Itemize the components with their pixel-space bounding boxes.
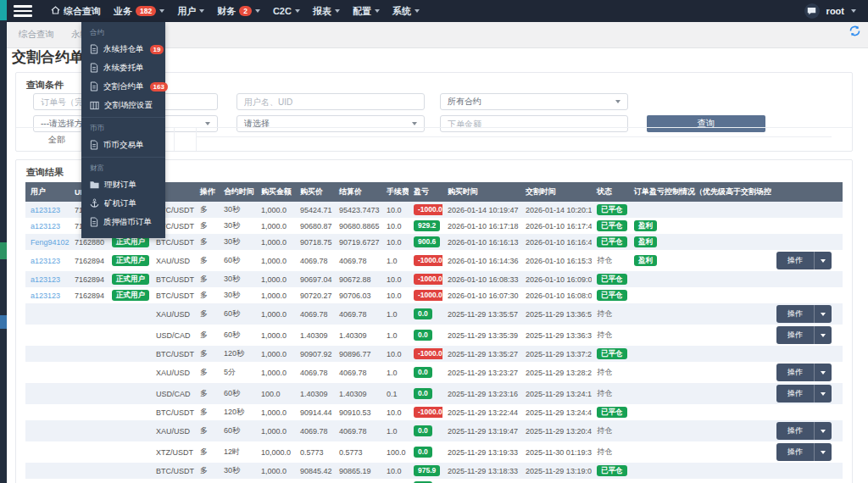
uid-cell [70, 383, 107, 404]
chat-icon[interactable] [804, 3, 820, 19]
menu-item[interactable]: 币币交易单 [81, 136, 165, 154]
action-button-label: 操作 [776, 443, 814, 461]
user-link[interactable]: a123123 [31, 222, 60, 230]
uid-cell: 7162894 [70, 250, 107, 271]
menu-item[interactable]: 理财订单 [81, 175, 165, 194]
pair-cell: XAU/USD [151, 362, 195, 383]
action-button[interactable]: 操作 [776, 305, 832, 323]
uid-cell [70, 420, 107, 441]
buy-price-cell: 4069.78 [295, 250, 334, 271]
action-caret[interactable] [814, 422, 832, 440]
settle-price-cell: 90910.53 [334, 404, 381, 420]
buy-time-cell: 2025-11-29 13:19:33 [442, 441, 520, 463]
action-button[interactable]: 操作 [776, 443, 832, 461]
action-button[interactable]: 操作 [776, 364, 832, 381]
uid-cell [70, 404, 107, 420]
buy-price-cell: 4069.78 [295, 420, 334, 441]
status-badge: 已平仓 [597, 220, 627, 232]
contract-select[interactable]: 所有合约 [440, 93, 628, 110]
nav-item[interactable]: 财务2 [217, 5, 260, 18]
menu-item[interactable]: 交割合约单163 [81, 77, 165, 96]
hamburger-menu-icon[interactable] [14, 5, 32, 17]
action-caret[interactable] [814, 326, 832, 344]
action-caret[interactable] [814, 252, 832, 269]
amount-cell: 1,000.0 [256, 346, 295, 362]
filter-tab-3[interactable] [175, 128, 197, 151]
action-caret[interactable] [814, 364, 832, 381]
column-header: 购买时间 [442, 182, 520, 202]
user-link[interactable]: a123123 [31, 291, 60, 300]
uid-cell [70, 463, 107, 479]
pnl-control-cell [629, 346, 771, 362]
nav-item[interactable]: 报表 [313, 5, 340, 18]
pnl-cell: 975.9 [409, 463, 442, 479]
tab-overview[interactable]: 综合查询 [19, 29, 54, 41]
action-button[interactable]: 操作 [776, 385, 832, 402]
action-cell [771, 287, 843, 303]
chevron-down-icon [821, 313, 826, 316]
nav-item[interactable]: 综合查询 [51, 5, 101, 18]
table-row: XAU/USD多60秒1,000.04069.784069.781.00.020… [25, 420, 843, 441]
home-icon [51, 6, 60, 16]
pnl-badge: 0.0 [414, 330, 432, 341]
action-button-label: 操作 [776, 252, 814, 269]
user-link[interactable]: a123123 [31, 275, 60, 284]
nav-item[interactable]: 系统 [392, 5, 420, 18]
menu-item[interactable]: 矿机订单 [81, 194, 165, 213]
action-button[interactable]: 操作 [776, 326, 832, 344]
pnl-cell: 0.0 [409, 441, 442, 463]
fee-cell: 10.0 [381, 202, 409, 218]
filter-tab-all[interactable]: 全部 [33, 128, 81, 151]
top-navbar: 综合查询业务182用户财务2C2C报表配置系统 root [7, 0, 868, 22]
chevron-down-icon [412, 122, 417, 125]
fee-cell: 1.0 [381, 250, 409, 271]
column-header: 结算价 [334, 182, 381, 202]
column-header [771, 182, 843, 202]
grid-icon [90, 101, 99, 110]
action-caret[interactable] [814, 385, 832, 402]
duration-cell: 30秒 [219, 271, 256, 287]
settle-price-cell: 1.40309 [334, 325, 381, 346]
action-cell [771, 218, 843, 234]
user-type-cell: 正式用户 [107, 250, 151, 271]
status-badge: 已平仓 [597, 465, 627, 477]
action-caret[interactable] [814, 443, 832, 461]
nav-item[interactable]: 用户 [177, 5, 204, 18]
settle-price-cell: 90896.77 [334, 346, 381, 362]
direction-cell: 多 [195, 420, 219, 441]
action-caret[interactable] [814, 305, 832, 323]
nav-item-label: 财务 [217, 5, 236, 18]
menu-item[interactable]: 交割场控设置 [81, 96, 165, 114]
admin-app: 综合查询业务182用户财务2C2C报表配置系统 root 综合查询 永续持仓 交… [0, 0, 868, 483]
uid-cell [70, 346, 107, 362]
business-dropdown-menu: 合约永续持仓单19永续委托单交割合约单163交割场控设置币币币币交易单财富理财订… [81, 22, 165, 238]
action-cell [771, 234, 843, 250]
refresh-icon[interactable] [849, 25, 860, 40]
user-cell: Feng941027 [25, 234, 70, 250]
nav-item[interactable]: 配置 [353, 5, 380, 18]
collapsed-sidebar[interactable] [0, 0, 7, 483]
duration-cell: 12时 [219, 441, 256, 463]
username-uid-input[interactable] [236, 93, 425, 110]
settle-time-cell: 2025-11-29 13:24:44 [520, 404, 592, 420]
nav-item[interactable]: 业务182 [114, 5, 164, 18]
menu-item[interactable]: 永续持仓单19 [81, 40, 165, 58]
column-header: 购买金额 [256, 182, 295, 202]
buy-price-cell: 4069.78 [295, 362, 334, 383]
status-cell: 持仓 [592, 303, 629, 325]
user-link[interactable]: a123123 [31, 257, 60, 265]
action-button[interactable]: 操作 [776, 422, 832, 440]
pnl-badge: -1000.0 [414, 255, 442, 267]
user-link[interactable]: Feng941027 [31, 238, 70, 247]
table-row: a1231237162894正式用户BTC/USDT多30秒1,000.0906… [25, 271, 843, 287]
menu-item[interactable]: 质押借币订单 [81, 213, 165, 231]
direction-cell: 多 [195, 250, 219, 271]
action-button[interactable]: 操作 [776, 252, 832, 269]
user-link[interactable]: a123123 [31, 206, 60, 214]
menu-item[interactable]: 永续委托单 [81, 58, 165, 77]
settle-time-cell: 2025-11-29 13:19:03 [520, 463, 592, 479]
user-cell [25, 441, 70, 463]
username[interactable]: root [826, 6, 844, 16]
table-row: a1231237162894正式用户XAU/USD多60秒1,000.04069… [25, 250, 843, 271]
nav-item[interactable]: C2C [273, 6, 300, 16]
